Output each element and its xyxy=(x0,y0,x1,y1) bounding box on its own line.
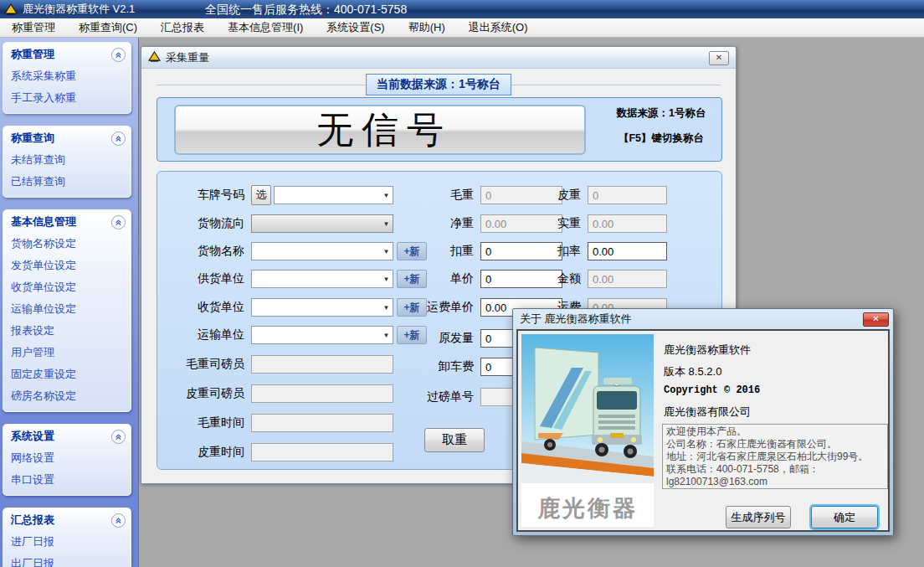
actual-weight-field xyxy=(588,214,667,233)
menu-weighing-management[interactable]: 称重管理 xyxy=(0,18,67,38)
collapse-chevron-icon[interactable] xyxy=(111,131,126,146)
info-line: 联系电话：400-071-5758，邮箱： xyxy=(666,463,884,476)
transporter-input[interactable] xyxy=(252,327,380,343)
receiver-combo[interactable]: ▼ xyxy=(251,298,393,317)
title-bar: 鹿光衡器称重软件 V2.1 全国统一售后服务热线：400-071-5758 xyxy=(0,0,924,18)
menu-bar: 称重管理 称重查询(C) 汇总报表 基本信息管理(I) 系统设置(S) 帮助(H… xyxy=(0,18,924,38)
truck-photo: 鹿光衡器 xyxy=(521,334,654,527)
section-header-query[interactable]: 称重查询 xyxy=(3,126,131,149)
sidebar-item-scale-house-name[interactable]: 磅房名称设定 xyxy=(3,385,131,407)
dialog-close-icon[interactable]: ✕ xyxy=(863,312,889,327)
field-label: 毛重 xyxy=(400,188,474,203)
row-goods-name: 货物名称 ▼ +新 xyxy=(164,241,427,261)
menu-weighing-query[interactable]: 称重查询(C) xyxy=(67,18,149,38)
take-weight-button[interactable]: 取重 xyxy=(424,428,485,452)
sidebar-item-serial-settings[interactable]: 串口设置 xyxy=(3,469,131,491)
sidebar-item-outbound-daily[interactable]: 出厂日报 xyxy=(3,553,131,567)
sidebar-item-network-settings[interactable]: 网络设置 xyxy=(3,447,131,469)
section-header-weighing[interactable]: 称重管理 xyxy=(3,43,131,65)
sidebar-item-fixed-tare[interactable]: 固定皮重设定 xyxy=(3,363,131,385)
sidebar-item-sender-unit[interactable]: 发货单位设定 xyxy=(3,255,131,276)
goods-flow-input[interactable] xyxy=(252,215,380,232)
sidebar-item-report-setting[interactable]: 报表设定 xyxy=(3,320,131,342)
sidebar-item-goods-name[interactable]: 货物名称设定 xyxy=(3,233,131,255)
collapse-chevron-icon[interactable] xyxy=(111,215,126,229)
tare-operator-field xyxy=(251,384,393,403)
goods-name-combo[interactable]: ▼ xyxy=(251,242,393,260)
gross-time-field xyxy=(251,414,393,432)
menu-basic-info[interactable]: 基本信息管理(I) xyxy=(216,18,315,38)
collapse-chevron-icon[interactable] xyxy=(111,513,126,528)
window-title-bar: 采集重量 ✕ xyxy=(141,47,736,69)
section-title: 称重查询 xyxy=(11,131,54,146)
tare-weight-field xyxy=(588,186,667,204)
receiver-input[interactable] xyxy=(252,299,380,316)
ok-button[interactable]: 确定 xyxy=(811,506,878,528)
field-label: 收货单位 xyxy=(164,300,244,315)
chevron-down-icon[interactable]: ▼ xyxy=(380,271,393,287)
chevron-down-icon[interactable]: ▼ xyxy=(380,215,393,232)
sidebar-item-system-capture[interactable]: 系统采集称重 xyxy=(3,65,131,87)
plate-number-combo[interactable]: ▼ xyxy=(274,186,393,204)
goods-flow-combo[interactable]: ▼ xyxy=(251,214,393,233)
plate-number-input[interactable] xyxy=(275,187,380,204)
transporter-combo[interactable]: ▼ xyxy=(251,326,393,344)
section-header-system[interactable]: 系统设置 xyxy=(3,425,131,447)
sidebar-item-unsettled-query[interactable]: 未结算查询 xyxy=(3,149,131,171)
row-transporter: 运输单位 ▼ +新 xyxy=(164,325,427,345)
info-line: 公司名称：石家庄鹿光衡器有限公司。 xyxy=(666,438,884,451)
generate-serial-button[interactable]: 生成序列号 xyxy=(726,506,791,528)
chevron-down-icon[interactable]: ▼ xyxy=(380,299,393,316)
app-screen: 鹿光衡器称重软件 V2.1 全国统一售后服务热线：400-071-5758 称重… xyxy=(0,0,924,567)
sidebar-item-receiver-unit[interactable]: 收货单位设定 xyxy=(3,276,131,298)
menu-summary-report[interactable]: 汇总报表 xyxy=(149,18,216,38)
section-header-reports[interactable]: 汇总报表 xyxy=(3,508,131,531)
window-title: 采集重量 xyxy=(166,50,209,65)
field-label: 货物流向 xyxy=(164,216,244,231)
sidebar-item-user-management[interactable]: 用户管理 xyxy=(3,342,131,363)
gross-operator-field xyxy=(251,355,393,374)
dialog-title-bar: 关于 鹿光衡器称重软件 ✕ xyxy=(513,309,893,329)
menu-help[interactable]: 帮助(H) xyxy=(397,18,457,38)
chevron-down-icon[interactable]: ▼ xyxy=(380,187,393,204)
field-label: 供货单位 xyxy=(164,271,244,286)
goods-name-input[interactable] xyxy=(252,243,380,260)
dialog-body: 鹿光衡器 鹿光衡器称重软件 版本 8.5.2.0 Copyright © 201… xyxy=(516,329,890,532)
collapse-chevron-icon[interactable] xyxy=(111,430,126,444)
field-label: 扣重 xyxy=(400,244,474,259)
row-actual-weight: 实重 xyxy=(531,214,667,234)
row-plate-number: 车牌号码 选 ▼ xyxy=(164,185,393,205)
dialog-title: 关于 鹿光衡器称重软件 xyxy=(520,312,632,327)
row-deduct-rate: 扣率 xyxy=(531,241,667,261)
copyright-label: Copyright © 2016 xyxy=(664,384,760,396)
chevron-down-icon[interactable]: ▼ xyxy=(380,327,393,343)
section-header-basic-info[interactable]: 基本信息管理 xyxy=(3,210,131,233)
row-gross-operator: 毛重司磅员 xyxy=(164,354,393,374)
product-name: 鹿光衡器称重软件 xyxy=(664,343,751,358)
amount-field xyxy=(588,270,667,288)
plate-select-button[interactable]: 选 xyxy=(251,185,271,205)
supplier-combo[interactable]: ▼ xyxy=(251,270,393,288)
deduct-rate-input[interactable] xyxy=(588,242,667,260)
menu-exit[interactable]: 退出系统(O) xyxy=(457,18,540,38)
sidebar-item-transport-unit[interactable]: 运输单位设定 xyxy=(3,298,131,320)
field-label: 净重 xyxy=(400,216,474,231)
row-supplier: 供货单位 ▼ +新 xyxy=(164,269,427,289)
window-logo-icon xyxy=(148,51,161,64)
supplier-input[interactable] xyxy=(252,271,380,287)
chevron-down-icon[interactable]: ▼ xyxy=(380,243,393,260)
window-close-icon[interactable]: ✕ xyxy=(709,51,729,65)
collapse-chevron-icon[interactable] xyxy=(111,48,126,62)
menu-system-settings[interactable]: 系统设置(S) xyxy=(315,18,396,38)
company-info-box: 欢迎使用本产品。 公司名称：石家庄鹿光衡器有限公司。 地址：河北省石家庄鹿泉区石… xyxy=(662,424,888,489)
row-receiver: 收货单位 ▼ +新 xyxy=(164,297,427,317)
field-label: 运费单价 xyxy=(400,300,474,315)
sidebar-item-settled-query[interactable]: 已结算查询 xyxy=(3,171,131,193)
f5-hint: 【F5】键切换称台 xyxy=(603,131,720,146)
sidebar-section-query: 称重查询 未结算查询 已结算查询 xyxy=(3,126,131,198)
company-name: 鹿光衡器有限公司 xyxy=(664,405,751,420)
sidebar-section-weighing: 称重管理 系统采集称重 手工录入称重 xyxy=(3,42,131,114)
tare-time-field xyxy=(251,443,393,461)
sidebar-item-manual-entry[interactable]: 手工录入称重 xyxy=(3,87,131,109)
sidebar-item-inbound-daily[interactable]: 进厂日报 xyxy=(3,531,131,553)
